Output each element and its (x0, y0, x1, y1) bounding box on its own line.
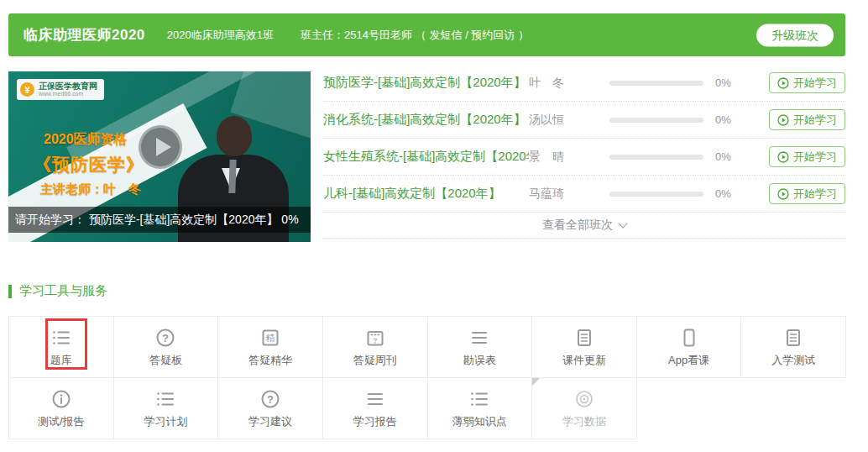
info-circle-icon (50, 388, 72, 410)
course-row: 儿科-[基础]高效定制【2020年】 马蕴琦 0% 开始学习 (323, 176, 845, 213)
advisor-actions[interactable]: （ 发短信 / 预约回访 ） (416, 28, 529, 43)
course-title-link[interactable]: 女性生殖系统-[基础]高效定制【2020年】 (323, 149, 529, 165)
progress-bar (609, 118, 703, 123)
tools-grid: 题库 ? 答疑板 精 答疑精华 7 答疑周刊 勘误表 课件更新 App看课 入学… (8, 316, 846, 439)
tool-study-data[interactable]: 学习数据 (532, 378, 637, 439)
teacher-name: 汤以恒 (529, 113, 609, 128)
svg-text:?: ? (162, 331, 169, 344)
course-list: 预防医学-[基础]高效定制【2020年】 叶 冬 0% 开始学习 消化系统-[基… (323, 65, 845, 239)
list-icon (50, 327, 72, 349)
calendar-icon: 7 (364, 327, 386, 349)
essence-square-icon: 精 (259, 327, 281, 349)
progress-percent: 0% (715, 113, 749, 126)
tool-study-advice[interactable]: ? 学习建议 (218, 378, 323, 439)
brand-logo: ¥ 正保医学教育网 www.med66.com (17, 79, 104, 100)
tool-courseware-update[interactable]: 课件更新 (532, 317, 637, 378)
progress-percent: 0% (715, 187, 749, 200)
empty-cell (741, 378, 846, 439)
tool-weak-points[interactable]: 薄弱知识点 (428, 378, 533, 439)
course-title-link[interactable]: 预防医学-[基础]高效定制【2020年】 (323, 75, 529, 91)
empty-cell (637, 378, 742, 439)
tool-errata[interactable]: 勘误表 (428, 317, 533, 378)
document-icon (573, 327, 595, 349)
progress-percent: 0% (715, 150, 749, 163)
lines-icon (364, 388, 386, 410)
svg-text:?: ? (267, 392, 274, 405)
svg-text:7: 7 (373, 336, 377, 344)
tools-section-title: 学习工具与服务 (8, 283, 107, 299)
tool-test-report[interactable]: 测试/报告 (9, 378, 114, 439)
tool-qa-board[interactable]: ? 答疑板 (114, 317, 219, 378)
tool-qa-weekly[interactable]: 7 答疑周刊 (323, 317, 428, 378)
question-circle-icon: ? (259, 388, 281, 410)
teacher-name: 马蕴琦 (529, 187, 609, 202)
video-caption: 请开始学习： 预防医学-[基础]高效定制【2020年】 0% (8, 207, 311, 233)
course-video-thumbnail[interactable]: ¥ 正保医学教育网 www.med66.com 2020医师资格 《预防医学》 … (8, 71, 311, 242)
view-all-classes-button[interactable]: 查看全部班次 (323, 213, 845, 239)
progress-bar (609, 81, 703, 86)
advisor-label: 班主任：2514号田老师 (301, 28, 412, 43)
start-learning-button[interactable]: 开始学习 (769, 146, 845, 167)
corner-triangle-marker (532, 378, 540, 386)
tool-question-bank[interactable]: 题库 (9, 317, 114, 378)
course-title-link[interactable]: 儿科-[基础]高效定制【2020年】 (323, 186, 529, 202)
title-accent-bar (8, 285, 12, 298)
start-learning-button[interactable]: 开始学习 (769, 109, 845, 130)
course-row: 女性生殖系统-[基础]高效定制【2020年】 景 晴 0% 开始学习 (323, 139, 845, 176)
progress-bar (609, 155, 703, 160)
class-title: 临床助理医师2020 (24, 25, 145, 45)
phone-icon (678, 327, 700, 349)
video-title-line1: 2020医师资格 (44, 131, 128, 149)
start-learning-button[interactable]: 开始学习 (769, 183, 845, 204)
brand-coin-icon: ¥ (20, 82, 34, 97)
tool-qa-essence[interactable]: 精 答疑精华 (218, 317, 323, 378)
teacher-name: 景 晴 (529, 150, 609, 165)
class-name: 2020临床助理高效1班 (167, 28, 274, 43)
document-icon (782, 327, 804, 349)
start-learning-button[interactable]: 开始学习 (769, 72, 845, 93)
list-icon (154, 388, 176, 410)
question-circle-icon: ? (154, 327, 176, 349)
lines-icon (468, 327, 490, 349)
course-row: 消化系统-[基础]高效定制【2020年】 汤以恒 0% 开始学习 (323, 102, 845, 139)
svg-text:精: 精 (265, 333, 275, 343)
brand-url: www.med66.com (39, 91, 97, 97)
course-title-link[interactable]: 消化系统-[基础]高效定制【2020年】 (323, 112, 529, 128)
video-title-line2: 《预防医学》 (34, 153, 144, 176)
chevron-down-icon (618, 218, 627, 228)
teacher-name: 叶 冬 (529, 76, 609, 91)
tool-study-plan[interactable]: 学习计划 (114, 378, 219, 439)
target-icon (573, 388, 595, 410)
list-icon (468, 388, 490, 410)
play-circle-icon (777, 188, 789, 200)
progress-percent: 0% (715, 76, 749, 89)
play-icon[interactable] (139, 125, 182, 169)
class-header: 临床助理医师2020 2020临床助理高效1班 班主任：2514号田老师 （ 发… (8, 13, 845, 56)
progress-bar (609, 192, 703, 197)
play-circle-icon (777, 114, 789, 126)
tool-app-watch[interactable]: App看课 (637, 317, 742, 378)
play-circle-icon (777, 77, 789, 89)
video-teacher-line: 主讲老师：叶 冬 (40, 181, 141, 197)
tool-entrance-test[interactable]: 入学测试 (741, 317, 846, 378)
brand-name: 正保医学教育网 (39, 81, 97, 91)
course-row: 预防医学-[基础]高效定制【2020年】 叶 冬 0% 开始学习 (323, 65, 845, 102)
upgrade-class-button[interactable]: 升级班次 (756, 24, 834, 46)
tool-study-report[interactable]: 学习报告 (323, 378, 428, 439)
play-circle-icon (777, 151, 789, 163)
